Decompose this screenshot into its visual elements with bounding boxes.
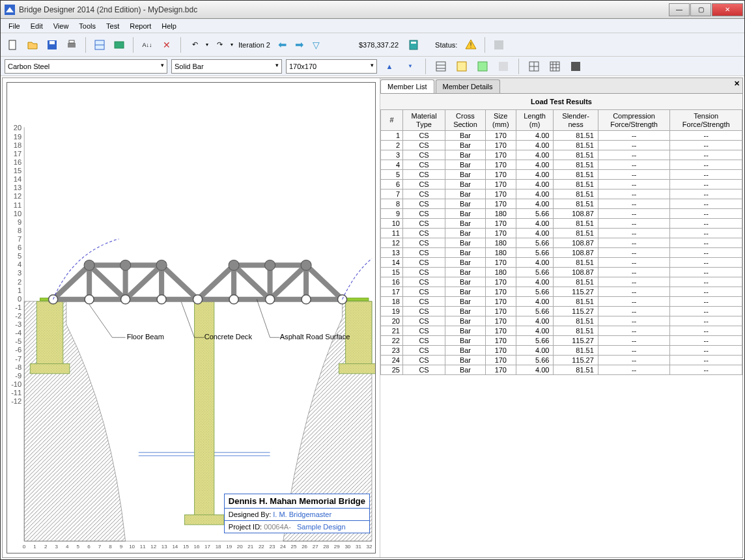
material-combo[interactable]: Carbon Steel <box>5 59 167 74</box>
menu-help[interactable]: Help <box>156 21 182 31</box>
table-row[interactable]: 23CSBar1704.0081.51---- <box>381 346 742 356</box>
table-row[interactable]: 8CSBar1704.0081.51---- <box>381 199 742 209</box>
svg-text:8: 8 <box>18 227 21 234</box>
new-button[interactable] <box>5 36 21 53</box>
size-value: 170x170 <box>289 63 316 70</box>
undo-button[interactable]: ↶ <box>186 36 203 53</box>
table-row[interactable]: 13CSBar1805.66108.87---- <box>381 248 742 258</box>
test-button[interactable] <box>111 36 128 53</box>
table-row[interactable]: 5CSBar1704.0081.51---- <box>381 170 742 180</box>
view-detail-button[interactable] <box>453 58 470 75</box>
table-row[interactable]: 15CSBar1805.66108.87---- <box>381 268 742 277</box>
menu-tools[interactable]: Tools <box>74 21 101 31</box>
tab-member-details[interactable]: Member Details <box>436 79 500 93</box>
separator <box>85 37 86 53</box>
maximize-button[interactable]: ▢ <box>690 3 711 16</box>
table-row[interactable]: 1CSBar1704.0081.51---- <box>381 131 742 141</box>
svg-line-77 <box>53 265 89 299</box>
view-cost-button[interactable] <box>474 58 491 75</box>
view-list-button[interactable] <box>432 58 449 75</box>
svg-point-103 <box>84 260 94 270</box>
project-id-row: Project ID: 00064A- Sample Design <box>225 521 369 533</box>
right-panel: ✕ Member List Member Details Load Test R… <box>380 78 742 557</box>
toolbar-properties: Carbon Steel Solid Bar 170x170 ▲ ▼ <box>1 57 744 76</box>
list-icon <box>435 61 447 72</box>
table-row[interactable]: 24CSBar1705.66115.27---- <box>381 356 742 365</box>
table-row[interactable]: 25CSBar1704.0081.51---- <box>381 365 742 375</box>
toolbar-main: A↓↓ ✕ ↶ ▾ ↷ ▾ Iteration 2 ⬅ ➡ ▽ $378,337… <box>1 33 744 57</box>
svg-rect-1 <box>9 40 16 49</box>
table-row[interactable]: 7CSBar1704.0081.51---- <box>381 189 742 199</box>
table-row[interactable]: 2CSBar1704.0081.51---- <box>381 141 742 150</box>
svg-rect-3 <box>49 41 55 44</box>
drawing-board-button[interactable] <box>91 36 108 53</box>
animate-button[interactable] <box>490 36 507 53</box>
tab-member-list[interactable]: Member List <box>380 79 434 93</box>
open-button[interactable] <box>24 36 41 53</box>
panel-close-button[interactable]: ✕ <box>734 79 740 88</box>
status-indicator: ! <box>462 36 479 53</box>
table-row[interactable]: 20CSBar1704.0081.51---- <box>381 316 742 326</box>
designer-link[interactable]: I. M. Bridgemaster <box>273 511 331 518</box>
table-row[interactable]: 21CSBar1704.0081.51---- <box>381 326 742 336</box>
calculator-button[interactable] <box>405 36 422 53</box>
delete-button[interactable]: ✕ <box>158 36 175 53</box>
table-row[interactable]: 22CSBar1705.66115.27---- <box>381 336 742 346</box>
svg-rect-70 <box>36 301 63 367</box>
menu-edit[interactable]: Edit <box>25 21 48 31</box>
next-iteration-button[interactable]: ➡ <box>292 38 307 52</box>
increase-size-button[interactable]: ▲ <box>381 58 398 75</box>
col-header[interactable]: CrossSection <box>445 110 486 131</box>
col-header[interactable]: MaterialType <box>403 110 445 131</box>
col-header[interactable]: Length(m) <box>516 110 554 131</box>
svg-rect-10 <box>411 42 416 44</box>
redo-button[interactable]: ↷ <box>211 36 228 53</box>
close-button[interactable]: ✕ <box>712 3 743 16</box>
section-value: Solid Bar <box>175 63 204 70</box>
grid-fine-button[interactable] <box>567 58 584 75</box>
svg-point-104 <box>120 260 131 270</box>
col-header[interactable]: TensionForce/Strength <box>670 110 742 131</box>
save-button[interactable] <box>44 36 61 53</box>
col-header[interactable]: Size(mm) <box>485 110 516 131</box>
annotation-concrete-deck: Concrete Deck <box>204 333 253 341</box>
prev-iteration-button[interactable]: ⬅ <box>275 38 290 52</box>
svg-point-108 <box>301 260 311 270</box>
size-combo[interactable]: 170x170 <box>286 59 377 74</box>
menu-test[interactable]: Test <box>101 21 124 31</box>
iteration-menu-button[interactable]: ▽ <box>309 38 324 52</box>
table-row[interactable]: 16CSBar1704.0081.51---- <box>381 277 742 287</box>
table-row[interactable]: 3CSBar1704.0081.51---- <box>381 150 742 160</box>
table-row[interactable]: 11CSBar1704.0081.51---- <box>381 229 742 238</box>
col-header[interactable]: Slender-ness <box>554 110 598 131</box>
redo-dropdown-icon[interactable]: ▾ <box>231 42 233 48</box>
grid-coarse-button[interactable] <box>526 58 542 75</box>
design-canvas[interactable]: 20191817161514131211109876543210-1-2-3-4… <box>7 82 376 553</box>
select-all-button[interactable]: A↓↓ <box>139 36 156 53</box>
print-button[interactable] <box>63 36 80 53</box>
scenario-link[interactable]: Sample Design <box>297 523 346 531</box>
grid-medium-icon <box>549 61 561 72</box>
grid-medium-button[interactable] <box>546 58 563 75</box>
section-combo[interactable]: Solid Bar <box>171 59 282 74</box>
view-graph-button[interactable] <box>495 58 512 75</box>
table-row[interactable]: 17CSBar1705.66115.27---- <box>381 287 742 297</box>
table-row[interactable]: 18CSBar1704.0081.51---- <box>381 297 742 307</box>
svg-text:-3: -3 <box>15 320 21 328</box>
table-row[interactable]: 14CSBar1704.0081.51---- <box>381 258 742 268</box>
menu-file[interactable]: File <box>3 21 25 31</box>
undo-dropdown-icon[interactable]: ▾ <box>206 42 208 48</box>
table-row[interactable]: 10CSBar1704.0081.51---- <box>381 219 742 229</box>
table-row[interactable]: 4CSBar1704.0081.51---- <box>381 160 742 170</box>
results-table-wrap[interactable]: #MaterialTypeCrossSectionSize(mm)Length(… <box>380 109 742 557</box>
table-row[interactable]: 6CSBar1704.0081.51---- <box>381 180 742 189</box>
table-row[interactable]: 12CSBar1805.66108.87---- <box>381 238 742 248</box>
menu-report[interactable]: Report <box>124 21 156 31</box>
col-header[interactable]: # <box>381 110 403 131</box>
table-row[interactable]: 9CSBar1805.66108.87---- <box>381 209 742 219</box>
table-row[interactable]: 19CSBar1705.66115.27---- <box>381 307 742 316</box>
minimize-button[interactable]: — <box>669 3 690 16</box>
decrease-size-button[interactable]: ▼ <box>402 58 419 75</box>
menu-view[interactable]: View <box>48 21 74 31</box>
col-header[interactable]: CompressionForce/Strength <box>598 110 670 131</box>
